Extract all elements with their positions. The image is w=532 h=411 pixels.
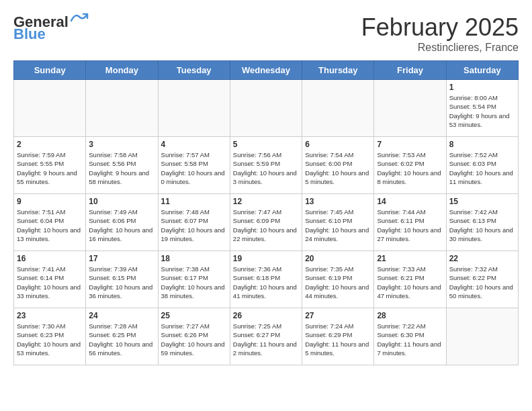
weekday-header-thursday: Thursday	[302, 61, 374, 80]
weekday-header-wednesday: Wednesday	[230, 61, 302, 80]
calendar-cell: 3Sunrise: 7:58 AM Sunset: 5:56 PM Daylig…	[86, 137, 158, 194]
day-number: 19	[233, 254, 299, 263]
calendar-cell: 14Sunrise: 7:44 AM Sunset: 6:11 PM Dayli…	[374, 194, 446, 251]
calendar-cell: 25Sunrise: 7:27 AM Sunset: 6:26 PM Dayli…	[158, 308, 230, 365]
day-info: Sunrise: 7:22 AM Sunset: 6:30 PM Dayligh…	[377, 322, 443, 357]
day-info: Sunrise: 7:42 AM Sunset: 6:13 PM Dayligh…	[449, 208, 515, 243]
calendar-cell: 2Sunrise: 7:59 AM Sunset: 5:55 PM Daylig…	[14, 137, 86, 194]
calendar-cell: 26Sunrise: 7:25 AM Sunset: 6:27 PM Dayli…	[230, 308, 302, 365]
calendar-week-4: 16Sunrise: 7:41 AM Sunset: 6:14 PM Dayli…	[14, 251, 519, 308]
calendar-week-2: 2Sunrise: 7:59 AM Sunset: 5:55 PM Daylig…	[14, 137, 519, 194]
calendar-week-3: 9Sunrise: 7:51 AM Sunset: 6:04 PM Daylig…	[14, 194, 519, 251]
day-info: Sunrise: 8:00 AM Sunset: 5:54 PM Dayligh…	[449, 93, 515, 129]
day-number: 18	[161, 254, 227, 263]
day-number: 2	[17, 140, 83, 149]
calendar-cell: 24Sunrise: 7:28 AM Sunset: 6:25 PM Dayli…	[86, 308, 158, 365]
day-info: Sunrise: 7:45 AM Sunset: 6:10 PM Dayligh…	[305, 208, 371, 243]
day-number: 5	[233, 140, 299, 149]
calendar-cell: 27Sunrise: 7:24 AM Sunset: 6:29 PM Dayli…	[302, 308, 374, 365]
day-info: Sunrise: 7:25 AM Sunset: 6:27 PM Dayligh…	[233, 322, 299, 357]
title-block: February 2025 Restinclieres, France	[361, 13, 519, 54]
day-info: Sunrise: 7:30 AM Sunset: 6:23 PM Dayligh…	[17, 322, 83, 357]
day-number: 8	[449, 140, 515, 149]
day-number: 1	[449, 83, 515, 92]
day-number: 15	[449, 197, 515, 206]
day-number: 24	[89, 311, 154, 320]
day-info: Sunrise: 7:24 AM Sunset: 6:29 PM Dayligh…	[305, 322, 371, 357]
calendar-cell: 22Sunrise: 7:32 AM Sunset: 6:22 PM Dayli…	[446, 251, 518, 308]
day-info: Sunrise: 7:49 AM Sunset: 6:06 PM Dayligh…	[89, 208, 154, 243]
calendar-cell: 11Sunrise: 7:48 AM Sunset: 6:07 PM Dayli…	[158, 194, 230, 251]
day-info: Sunrise: 7:48 AM Sunset: 6:07 PM Dayligh…	[161, 208, 227, 243]
weekday-header-saturday: Saturday	[446, 61, 518, 80]
day-number: 3	[89, 140, 154, 149]
day-number: 25	[161, 311, 227, 320]
calendar-cell: 21Sunrise: 7:33 AM Sunset: 6:21 PM Dayli…	[374, 251, 446, 308]
calendar-cell: 16Sunrise: 7:41 AM Sunset: 6:14 PM Dayli…	[14, 251, 86, 308]
calendar-cell: 19Sunrise: 7:36 AM Sunset: 6:18 PM Dayli…	[230, 251, 302, 308]
day-info: Sunrise: 7:44 AM Sunset: 6:11 PM Dayligh…	[377, 208, 443, 243]
day-info: Sunrise: 7:47 AM Sunset: 6:09 PM Dayligh…	[233, 208, 299, 243]
calendar-cell: 12Sunrise: 7:47 AM Sunset: 6:09 PM Dayli…	[230, 194, 302, 251]
calendar-cell: 20Sunrise: 7:35 AM Sunset: 6:19 PM Dayli…	[302, 251, 374, 308]
calendar-week-1: 1Sunrise: 8:00 AM Sunset: 5:54 PM Daylig…	[14, 80, 519, 137]
day-number: 27	[305, 311, 371, 320]
calendar-cell: 28Sunrise: 7:22 AM Sunset: 6:30 PM Dayli…	[374, 308, 446, 365]
day-info: Sunrise: 7:36 AM Sunset: 6:18 PM Dayligh…	[233, 265, 299, 300]
calendar-cell	[374, 80, 446, 137]
day-info: Sunrise: 7:39 AM Sunset: 6:15 PM Dayligh…	[89, 265, 154, 300]
calendar-week-5: 23Sunrise: 7:30 AM Sunset: 6:23 PM Dayli…	[14, 308, 519, 365]
day-number: 9	[17, 197, 83, 206]
calendar-cell: 9Sunrise: 7:51 AM Sunset: 6:04 PM Daylig…	[14, 194, 86, 251]
calendar-cell: 15Sunrise: 7:42 AM Sunset: 6:13 PM Dayli…	[446, 194, 518, 251]
day-number: 11	[161, 197, 227, 206]
calendar-cell	[14, 80, 86, 137]
calendar-cell: 7Sunrise: 7:53 AM Sunset: 6:02 PM Daylig…	[374, 137, 446, 194]
weekday-header-friday: Friday	[374, 61, 446, 80]
day-number: 28	[377, 311, 443, 320]
weekday-header-sunday: Sunday	[14, 61, 86, 80]
day-number: 12	[233, 197, 299, 206]
day-info: Sunrise: 7:41 AM Sunset: 6:14 PM Dayligh…	[17, 265, 83, 300]
weekday-header-monday: Monday	[86, 61, 158, 80]
weekday-header-tuesday: Tuesday	[158, 61, 230, 80]
day-number: 10	[89, 197, 154, 206]
calendar-header-row: SundayMondayTuesdayWednesdayThursdayFrid…	[14, 61, 519, 80]
day-number: 20	[305, 254, 371, 263]
day-number: 14	[377, 197, 443, 206]
day-number: 4	[161, 140, 227, 149]
day-number: 6	[305, 140, 371, 149]
day-number: 22	[449, 254, 515, 263]
logo: General Blue	[13, 13, 89, 43]
calendar-cell: 5Sunrise: 7:56 AM Sunset: 5:59 PM Daylig…	[230, 137, 302, 194]
calendar-cell: 13Sunrise: 7:45 AM Sunset: 6:10 PM Dayli…	[302, 194, 374, 251]
day-info: Sunrise: 7:56 AM Sunset: 5:59 PM Dayligh…	[233, 150, 299, 186]
day-info: Sunrise: 7:58 AM Sunset: 5:56 PM Dayligh…	[89, 150, 154, 186]
day-info: Sunrise: 7:38 AM Sunset: 6:17 PM Dayligh…	[161, 265, 227, 300]
month-title: February 2025	[361, 13, 519, 42]
day-number: 17	[89, 254, 154, 263]
day-number: 13	[305, 197, 371, 206]
calendar-table: SundayMondayTuesdayWednesdayThursdayFrid…	[13, 60, 519, 365]
calendar-cell: 8Sunrise: 7:52 AM Sunset: 6:03 PM Daylig…	[446, 137, 518, 194]
logo-blue-text: Blue	[13, 26, 46, 43]
day-info: Sunrise: 7:32 AM Sunset: 6:22 PM Dayligh…	[449, 265, 515, 300]
calendar-cell: 23Sunrise: 7:30 AM Sunset: 6:23 PM Dayli…	[14, 308, 86, 365]
day-info: Sunrise: 7:52 AM Sunset: 6:03 PM Dayligh…	[449, 150, 515, 186]
day-info: Sunrise: 7:33 AM Sunset: 6:21 PM Dayligh…	[377, 265, 443, 300]
page-header: General Blue February 2025 Restinclieres…	[13, 13, 519, 54]
day-info: Sunrise: 7:27 AM Sunset: 6:26 PM Dayligh…	[161, 322, 227, 357]
day-number: 21	[377, 254, 443, 263]
day-number: 7	[377, 140, 443, 149]
day-info: Sunrise: 7:51 AM Sunset: 6:04 PM Dayligh…	[17, 208, 83, 243]
calendar-cell: 4Sunrise: 7:57 AM Sunset: 5:58 PM Daylig…	[158, 137, 230, 194]
calendar-cell	[230, 80, 302, 137]
day-info: Sunrise: 7:59 AM Sunset: 5:55 PM Dayligh…	[17, 150, 83, 186]
calendar-cell: 6Sunrise: 7:54 AM Sunset: 6:00 PM Daylig…	[302, 137, 374, 194]
calendar-cell	[86, 80, 158, 137]
calendar-cell: 18Sunrise: 7:38 AM Sunset: 6:17 PM Dayli…	[158, 251, 230, 308]
calendar-cell	[158, 80, 230, 137]
location-text: Restinclieres, France	[361, 42, 519, 54]
day-number: 23	[17, 311, 83, 320]
calendar-cell	[302, 80, 374, 137]
